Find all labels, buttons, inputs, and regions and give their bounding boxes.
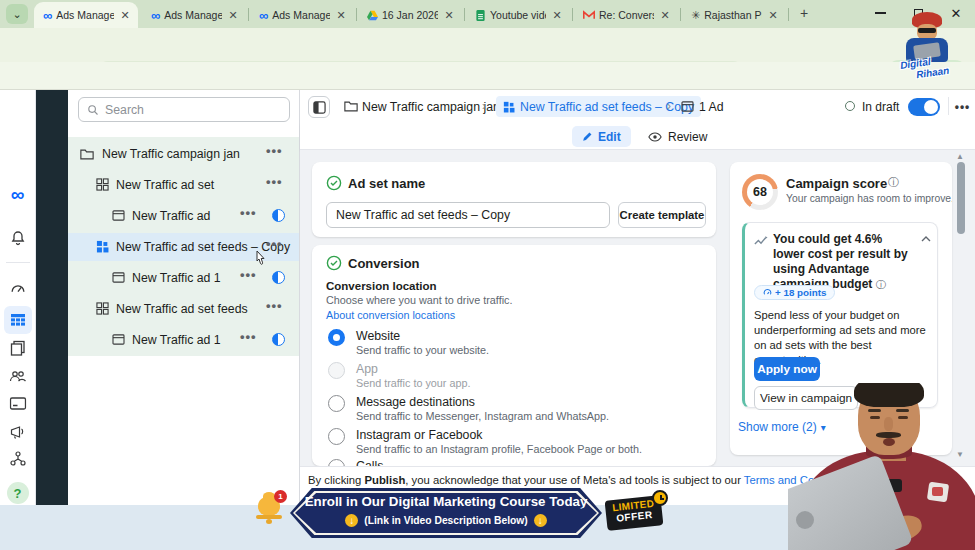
- banner-line2-row: ↓ (Link in Video Description Below) ↓: [290, 514, 602, 527]
- sheets-favicon-icon: [475, 10, 486, 21]
- rail-divider: [6, 262, 30, 263]
- presenter-eye: [898, 416, 908, 419]
- tree-row-adset[interactable]: New Traffic ad set feeds •••: [68, 295, 299, 323]
- tree-search-box[interactable]: Search: [78, 97, 290, 122]
- presenter-mouth: [883, 438, 895, 446]
- help-icon[interactable]: ?: [7, 482, 29, 504]
- ad-page-icon: [112, 272, 125, 283]
- tree-row-ad[interactable]: New Traffic ad 1 •••: [68, 264, 299, 292]
- tab-search-chevron-icon[interactable]: ⌄: [6, 4, 28, 24]
- about-conversion-link[interactable]: About conversion locations: [326, 309, 455, 321]
- create-template-button[interactable]: Create template: [618, 202, 706, 228]
- banner-bell: 1: [250, 490, 290, 536]
- assets-network-icon[interactable]: [9, 450, 26, 467]
- radio-instagram-facebook[interactable]: [328, 428, 345, 445]
- campaigns-table-icon: [10, 312, 26, 328]
- browser-tab[interactable]: Re: Conversati ✕: [574, 2, 678, 28]
- tree-row-adset[interactable]: New Traffic ad set •••: [68, 171, 299, 199]
- banner-line1: Enroll in Our Digital Marketing Course T…: [290, 494, 602, 509]
- ad-page-icon: [112, 210, 125, 221]
- radio-app[interactable]: [328, 362, 345, 379]
- tree-row-campaign[interactable]: New Traffic campaign jan •••: [68, 140, 299, 168]
- campaigns-active-highlight[interactable]: [4, 306, 32, 334]
- tree-row-label: New Traffic ad set feeds: [116, 302, 248, 316]
- browser-tab[interactable]: 16 Jan 2026 – ✕: [358, 2, 462, 28]
- score-value: 68: [753, 185, 767, 199]
- tab-title: Ads Manager: [56, 9, 114, 21]
- breadcrumb-campaign[interactable]: New Traffic campaign jan: [362, 100, 500, 114]
- browser-tab[interactable]: ∞ Ads Manager ✕: [34, 2, 138, 28]
- disclaimer-text: By clicking Publish, you acknowledge tha…: [308, 474, 856, 486]
- search-icon: [87, 104, 99, 116]
- audiences-icon[interactable]: [9, 368, 27, 384]
- panel-toggle-icon: [313, 101, 326, 114]
- adset-name-input[interactable]: [326, 202, 610, 228]
- draft-status-half-icon: [272, 209, 285, 222]
- tree-row-label: New Traffic ad 1: [132, 333, 221, 347]
- radio-message-destinations[interactable]: [328, 395, 345, 412]
- browser-tab[interactable]: ∞ Ads Manager ✕: [250, 2, 354, 28]
- breadcrumb-ad-count[interactable]: 1 Ad: [699, 100, 724, 114]
- row-more-menu[interactable]: •••: [240, 329, 257, 344]
- header-more-menu[interactable]: •••: [955, 96, 970, 118]
- new-tab-button[interactable]: +: [800, 5, 808, 21]
- meta-logo-icon[interactable]: ∞: [11, 184, 25, 206]
- tab-separator: [464, 8, 465, 21]
- header-divider: [948, 97, 949, 115]
- tab-review[interactable]: Review: [642, 126, 713, 147]
- browser-tab-strip: ⌄ ∞ Ads Manager ✕ ∞ Ads Manager ✕ ∞ Ads …: [0, 0, 975, 28]
- adset-grid-icon: [96, 302, 109, 315]
- publish-toggle[interactable]: [908, 98, 940, 116]
- billing-icon[interactable]: [9, 396, 26, 411]
- browser-tab[interactable]: ✳ Rajasthan PIN ✕: [682, 2, 786, 28]
- browser-tab[interactable]: ∞ Ads Manager ✕: [142, 2, 246, 28]
- notifications-bell-icon[interactable]: [10, 230, 26, 246]
- info-icon[interactable]: ⓘ: [876, 279, 886, 290]
- row-more-menu[interactable]: •••: [266, 174, 283, 189]
- meta-favicon-icon: ∞: [151, 8, 160, 23]
- tab-close-icon[interactable]: ✕: [766, 9, 780, 22]
- tab-title: Ads Manager: [272, 9, 330, 21]
- toggle-sidebar-button[interactable]: [308, 96, 330, 118]
- points-badge: + 18 points: [754, 285, 835, 300]
- tab-close-icon[interactable]: ✕: [442, 9, 456, 22]
- tab-close-icon[interactable]: ✕: [226, 9, 240, 22]
- row-more-menu[interactable]: •••: [240, 205, 257, 220]
- ads-megaphone-icon[interactable]: [9, 423, 26, 440]
- editor-dark-rail: ✕ ›: [36, 90, 68, 510]
- account-overview-icon[interactable]: [9, 280, 26, 297]
- presenter-webcam: [788, 383, 975, 550]
- radio-website[interactable]: [328, 329, 345, 346]
- presenter-hair: [854, 383, 924, 407]
- tab-close-icon[interactable]: ✕: [658, 9, 672, 22]
- info-icon[interactable]: ⓘ: [888, 175, 899, 190]
- tree-row-ad[interactable]: New Traffic ad 1 •••: [68, 326, 299, 354]
- edit-label: Edit: [598, 130, 621, 144]
- browser-tab[interactable]: Youtube video ✕: [466, 2, 570, 28]
- row-more-menu[interactable]: •••: [266, 236, 283, 251]
- tab-close-icon[interactable]: ✕: [334, 9, 348, 22]
- tree-row-ad[interactable]: New Traffic ad •••: [68, 202, 299, 230]
- meta-left-rail: ∞ ? ⚙: [0, 90, 36, 550]
- apply-now-button[interactable]: Apply now: [754, 357, 820, 381]
- ads-reporting-icon[interactable]: [10, 340, 26, 356]
- browser-toolbar: ← → adsmanager.facebook.com/adsmanager/m…: [0, 28, 975, 62]
- scrollbar-thumb[interactable]: [957, 162, 965, 234]
- tab-edit[interactable]: Edit: [572, 126, 631, 147]
- collapse-chevron-icon[interactable]: [921, 236, 931, 242]
- row-more-menu[interactable]: •••: [266, 143, 283, 158]
- adset-name-card: Ad set name Create template: [312, 162, 716, 237]
- laptop-logo: [796, 511, 814, 529]
- row-more-menu[interactable]: •••: [240, 267, 257, 282]
- radio-calls[interactable]: [328, 459, 345, 466]
- scroll-up-arrow[interactable]: ▲: [956, 152, 964, 161]
- score-gauge: 68: [742, 174, 778, 210]
- tab-separator: [788, 8, 789, 21]
- tab-close-icon[interactable]: ✕: [550, 9, 564, 22]
- row-more-menu[interactable]: •••: [266, 298, 283, 313]
- tab-close-icon[interactable]: ✕: [118, 9, 132, 22]
- adset-name-title: Ad set name: [348, 176, 425, 191]
- score-title: Campaign score: [786, 176, 887, 191]
- breadcrumb-chevron-icon: ›: [667, 99, 671, 113]
- tab-title: Ads Manager: [164, 9, 222, 21]
